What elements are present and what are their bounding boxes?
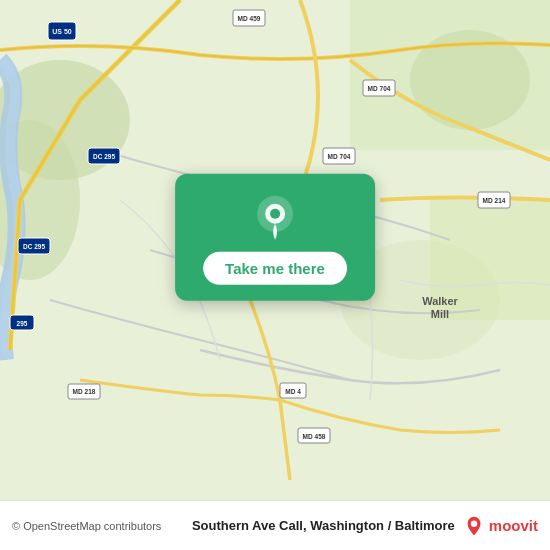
svg-text:Walker: Walker <box>422 295 458 307</box>
svg-text:MD 704: MD 704 <box>328 153 351 160</box>
svg-text:US 50: US 50 <box>52 28 72 35</box>
svg-text:Mill: Mill <box>431 308 449 320</box>
map-container: US 50 DC 295 DC 295 295 MD 459 MD 704 MD… <box>0 0 550 500</box>
svg-text:MD 458: MD 458 <box>303 433 326 440</box>
svg-text:MD 214: MD 214 <box>483 197 506 204</box>
svg-text:DC 295: DC 295 <box>23 243 45 250</box>
svg-text:MD 218: MD 218 <box>73 388 96 395</box>
moovit-brand-text: moovit <box>489 517 538 534</box>
svg-text:295: 295 <box>17 320 28 327</box>
copyright-text: © OpenStreetMap contributors <box>12 520 184 532</box>
svg-text:MD 4: MD 4 <box>285 388 301 395</box>
pin-icon <box>251 194 299 242</box>
svg-text:MD 704: MD 704 <box>368 85 391 92</box>
location-card[interactable]: Take me there <box>175 174 375 301</box>
take-me-there-button[interactable]: Take me there <box>203 252 347 285</box>
location-title: Southern Ave Call, Washington / Baltimor… <box>192 518 455 533</box>
moovit-icon <box>463 515 485 537</box>
moovit-logo: moovit <box>463 515 538 537</box>
svg-point-33 <box>270 209 280 219</box>
svg-point-34 <box>471 520 477 526</box>
svg-text:MD 459: MD 459 <box>238 15 261 22</box>
svg-text:DC 295: DC 295 <box>93 153 115 160</box>
bottom-bar: © OpenStreetMap contributors Southern Av… <box>0 500 550 550</box>
